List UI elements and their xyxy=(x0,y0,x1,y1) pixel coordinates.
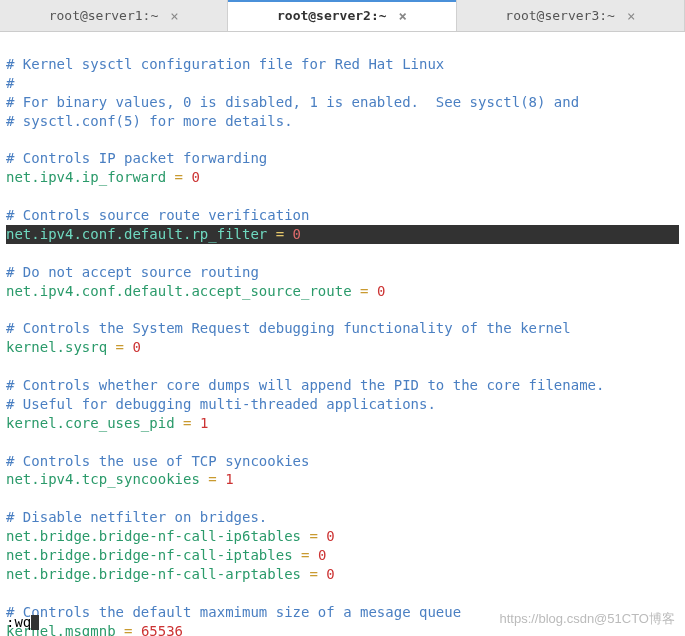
sysctl-value: 0 xyxy=(377,283,385,299)
equals-op: = xyxy=(301,528,326,544)
vim-command-line[interactable]: :wq xyxy=(6,614,39,630)
equals-op: = xyxy=(116,623,141,636)
sysctl-key: kernel.sysrq xyxy=(6,339,107,355)
comment-line: # sysctl.conf(5) for more details. xyxy=(6,113,293,129)
tab-label: root@server1:~ xyxy=(49,8,159,23)
tab-bar: root@server1:~ × root@server2:~ × root@s… xyxy=(0,0,685,32)
tab-server3[interactable]: root@server3:~ × xyxy=(457,0,685,31)
sysctl-key: net.ipv4.tcp_syncookies xyxy=(6,471,200,487)
sysctl-key: kernel.core_uses_pid xyxy=(6,415,175,431)
sysctl-value: 1 xyxy=(200,415,208,431)
sysctl-value: 0 xyxy=(191,169,199,185)
sysctl-value: 0 xyxy=(326,566,334,582)
sysctl-key: net.ipv4.conf.default.accept_source_rout… xyxy=(6,283,352,299)
close-icon[interactable]: × xyxy=(170,8,178,24)
sysctl-value: 0 xyxy=(293,226,301,242)
comment-line: # xyxy=(6,75,14,91)
sysctl-value: 1 xyxy=(225,471,233,487)
tab-server2[interactable]: root@server2:~ × xyxy=(228,0,456,31)
comment-line: # Controls the default maxmimum size of … xyxy=(6,604,461,620)
cursor-icon xyxy=(31,615,39,630)
equals-op: = xyxy=(107,339,132,355)
tab-server1[interactable]: root@server1:~ × xyxy=(0,0,228,31)
terminal-editor[interactable]: # Kernel sysctl configuration file for R… xyxy=(0,32,685,636)
comment-line: # Useful for debugging multi-threaded ap… xyxy=(6,396,436,412)
equals-op: = xyxy=(293,547,318,563)
comment-line: # Controls the use of TCP syncookies xyxy=(6,453,309,469)
comment-line: # Controls source route verification xyxy=(6,207,309,223)
close-icon[interactable]: × xyxy=(627,8,635,24)
comment-line: # Controls IP packet forwarding xyxy=(6,150,267,166)
equals-op: = xyxy=(267,226,292,242)
sysctl-value: 65536 xyxy=(141,623,183,636)
sysctl-key: net.ipv4.conf.default.rp_filter xyxy=(6,226,267,242)
comment-line: # Kernel sysctl configuration file for R… xyxy=(6,56,444,72)
sysctl-key: net.bridge.bridge-nf-call-ip6tables xyxy=(6,528,301,544)
comment-line: # Do not accept source routing xyxy=(6,264,259,280)
cursor-line: net.ipv4.conf.default.rp_filter = 0 xyxy=(6,225,679,244)
equals-op: = xyxy=(301,566,326,582)
close-icon[interactable]: × xyxy=(399,8,407,24)
tab-label: root@server3:~ xyxy=(505,8,615,23)
sysctl-key: net.bridge.bridge-nf-call-arptables xyxy=(6,566,301,582)
sysctl-value: 0 xyxy=(318,547,326,563)
comment-line: # Controls the System Request debugging … xyxy=(6,320,571,336)
sysctl-value: 0 xyxy=(326,528,334,544)
watermark-text: https://blog.csdn@51CTO博客 xyxy=(499,610,675,628)
equals-op: = xyxy=(200,471,225,487)
tab-label: root@server2:~ xyxy=(277,8,387,23)
equals-op: = xyxy=(352,283,377,299)
comment-line: # Controls whether core dumps will appen… xyxy=(6,377,604,393)
equals-op: = xyxy=(166,169,191,185)
comment-line: # Disable netfilter on bridges. xyxy=(6,509,267,525)
comment-line: # For binary values, 0 is disabled, 1 is… xyxy=(6,94,579,110)
sysctl-key: net.ipv4.ip_forward xyxy=(6,169,166,185)
sysctl-value: 0 xyxy=(132,339,140,355)
equals-op: = xyxy=(175,415,200,431)
sysctl-key: net.bridge.bridge-nf-call-iptables xyxy=(6,547,293,563)
vim-command: :wq xyxy=(6,614,31,630)
